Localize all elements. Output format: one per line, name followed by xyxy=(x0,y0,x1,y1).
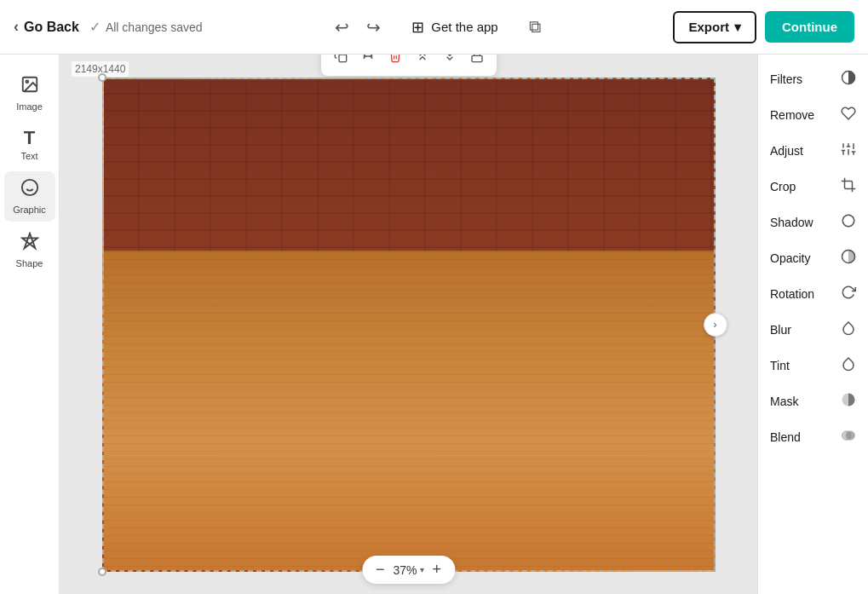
move-up-button[interactable] xyxy=(411,55,434,71)
undo-redo-group: ↩ ↪ xyxy=(330,12,386,43)
saved-status: ✓ All changes saved xyxy=(89,19,203,35)
sidebar-item-text-label: Text xyxy=(20,151,37,161)
layers-button[interactable]: ⧉ xyxy=(524,12,546,42)
sidebar-item-shape-label: Shape xyxy=(16,258,43,268)
header: ‹ Go Back ✓ All changes saved ↩ ↪ ⊞ Get … xyxy=(0,0,868,55)
continue-label: Continue xyxy=(782,20,837,34)
main-area: Image T Text Graphic Shape xyxy=(0,55,868,594)
export-button[interactable]: Export ▾ xyxy=(673,11,756,43)
qr-icon: ⊞ xyxy=(411,18,424,37)
right-item-blend[interactable]: Blend xyxy=(758,419,868,455)
right-item-rotation[interactable]: Rotation xyxy=(758,276,868,312)
right-item-filters[interactable]: Filters xyxy=(758,61,868,97)
text-icon: T xyxy=(24,129,35,147)
tint-icon xyxy=(841,356,856,375)
wood-grain xyxy=(104,252,714,569)
header-center: ↩ ↪ ⊞ Get the app ⧉ xyxy=(330,12,545,43)
lock-button[interactable] xyxy=(466,55,488,71)
remove-label: Remove xyxy=(770,108,814,122)
mask-icon xyxy=(841,392,856,411)
adjust-icon xyxy=(841,141,856,160)
right-item-blur[interactable]: Blur xyxy=(758,312,868,348)
float-toolbar xyxy=(321,55,497,76)
sidebar-item-image[interactable]: Image xyxy=(4,68,55,118)
right-item-opacity[interactable]: Opacity xyxy=(758,240,868,276)
move-down-button[interactable] xyxy=(439,55,461,71)
tint-label: Tint xyxy=(770,359,790,372)
image-background xyxy=(104,79,714,570)
mask-label: Mask xyxy=(770,395,798,408)
opacity-icon xyxy=(841,249,856,268)
sidebar-item-text[interactable]: T Text xyxy=(4,122,55,168)
right-item-mask[interactable]: Mask xyxy=(758,384,868,419)
table-overlay xyxy=(104,251,714,569)
checkmark-icon: ✓ xyxy=(89,19,101,35)
go-back-button[interactable]: ‹ Go Back xyxy=(14,18,79,36)
shape-icon xyxy=(20,232,39,255)
zoom-display[interactable]: 37% ▾ xyxy=(393,563,423,577)
sidebar-item-shape[interactable]: Shape xyxy=(4,225,55,275)
blend-label: Blend xyxy=(770,430,801,444)
shadow-icon xyxy=(841,213,856,232)
blend-icon xyxy=(841,428,856,447)
collapse-panel-button[interactable]: › xyxy=(704,313,727,337)
right-item-adjust[interactable]: Adjust xyxy=(758,133,868,169)
undo-button[interactable]: ↩ xyxy=(330,12,354,43)
left-sidebar: Image T Text Graphic Shape xyxy=(0,55,60,594)
go-back-label: Go Back xyxy=(24,20,79,35)
continue-button[interactable]: Continue xyxy=(765,11,854,43)
handle-bottom-left[interactable] xyxy=(98,568,106,576)
svg-rect-6 xyxy=(472,55,482,61)
crop-icon xyxy=(841,177,856,196)
get-app-button[interactable]: ⊞ Get the app xyxy=(403,13,506,42)
svg-marker-4 xyxy=(21,234,37,248)
canvas-wrapper: › xyxy=(102,78,716,572)
filters-icon xyxy=(841,70,856,89)
right-item-shadow[interactable]: Shadow xyxy=(758,205,868,240)
zoom-out-button[interactable]: − xyxy=(376,561,385,579)
svg-point-1 xyxy=(26,80,28,83)
right-sidebar: Filters Remove Adjust xyxy=(757,55,868,594)
canvas-area: 2149x1440 xyxy=(60,55,757,594)
image-icon xyxy=(20,75,39,98)
header-right: Export ▾ Continue xyxy=(673,11,854,43)
zoom-in-button[interactable]: + xyxy=(433,561,442,579)
export-label: Export xyxy=(688,20,729,34)
blur-label: Blur xyxy=(770,323,791,337)
opacity-label: Opacity xyxy=(770,251,810,265)
rotation-icon xyxy=(841,285,856,303)
shadow-label: Shadow xyxy=(770,216,813,229)
sidebar-item-graphic-label: Graphic xyxy=(13,205,46,215)
crop-label: Crop xyxy=(770,180,796,193)
delete-button[interactable] xyxy=(384,55,406,71)
zoom-chevron-icon: ▾ xyxy=(420,565,424,574)
svg-rect-5 xyxy=(339,55,347,61)
filters-label: Filters xyxy=(770,72,802,86)
flip-button[interactable] xyxy=(357,55,379,71)
right-item-crop[interactable]: Crop xyxy=(758,169,868,205)
saved-text: All changes saved xyxy=(106,20,203,34)
zoom-value: 37% xyxy=(393,563,417,577)
redo-button[interactable]: ↪ xyxy=(361,12,386,43)
blur-icon xyxy=(841,320,856,339)
export-dropdown-icon: ▾ xyxy=(734,20,741,35)
adjust-label: Adjust xyxy=(770,144,803,158)
rotation-label: Rotation xyxy=(770,287,814,301)
right-item-tint[interactable]: Tint xyxy=(758,348,868,384)
sidebar-item-graphic[interactable]: Graphic xyxy=(4,171,55,222)
header-left: ‹ Go Back ✓ All changes saved xyxy=(14,18,203,36)
graphic-icon xyxy=(20,178,39,201)
right-item-remove[interactable]: Remove xyxy=(758,97,868,133)
back-chevron-icon: ‹ xyxy=(14,18,19,36)
copy-button[interactable] xyxy=(330,55,352,71)
svg-point-22 xyxy=(846,431,855,441)
canvas-image[interactable] xyxy=(102,78,716,572)
remove-icon xyxy=(841,106,856,124)
get-app-label: Get the app xyxy=(431,20,497,34)
handle-top-left[interactable] xyxy=(98,73,106,82)
zoom-bar: − 37% ▾ + xyxy=(362,556,455,584)
sidebar-item-image-label: Image xyxy=(16,101,43,112)
